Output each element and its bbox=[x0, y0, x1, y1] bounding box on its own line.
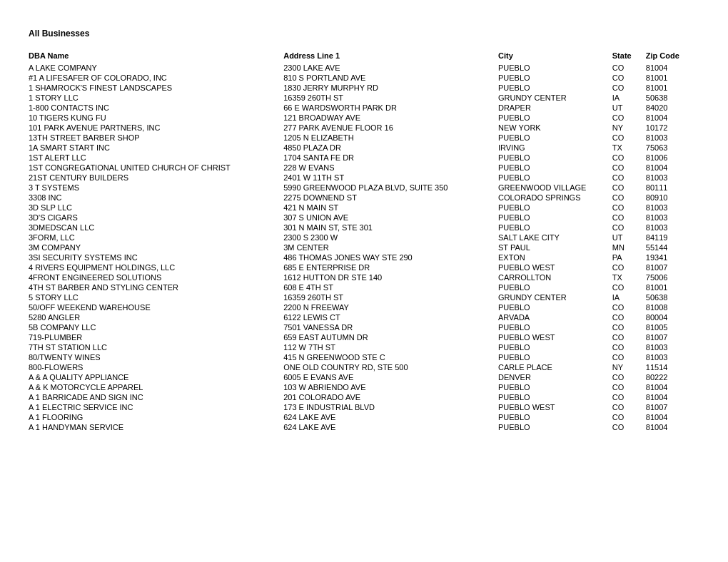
dba-cell: 3SI SECURITY SYSTEMS INC bbox=[29, 252, 283, 262]
city-cell: PUEBLO bbox=[498, 173, 612, 183]
state-cell: CO bbox=[612, 213, 646, 223]
state-cell: CO bbox=[612, 83, 646, 93]
address-cell: 3M CENTER bbox=[283, 242, 498, 252]
address-cell: 121 BROADWAY AVE bbox=[283, 113, 498, 123]
state-cell: CO bbox=[612, 203, 646, 213]
zip-cell: 81007 bbox=[646, 402, 699, 412]
dba-cell: 1A SMART START INC bbox=[29, 143, 283, 153]
table-row: A 1 HANDYMAN SERVICE624 LAKE AVEPUEBLOCO… bbox=[29, 422, 699, 432]
city-cell: PUEBLO WEST bbox=[498, 262, 612, 272]
table-row: 3M COMPANY3M CENTERST PAULMN55144 bbox=[29, 242, 699, 252]
table-row: 101 PARK AVENUE PARTNERS, INC277 PARK AV… bbox=[29, 123, 699, 133]
address-cell: 659 EAST AUTUMN DR bbox=[283, 332, 498, 342]
dba-cell: 3 T SYSTEMS bbox=[29, 183, 283, 193]
zip-cell: 84020 bbox=[646, 103, 699, 113]
state-cell: CO bbox=[612, 342, 646, 352]
zip-cell: 81004 bbox=[646, 63, 699, 73]
table-row: A LAKE COMPANY2300 LAKE AVEPUEBLOCO81004 bbox=[29, 63, 699, 73]
table-row: 800-FLOWERSONE OLD COUNTRY RD, STE 500CA… bbox=[29, 362, 699, 372]
address-cell: 16359 260TH ST bbox=[283, 292, 498, 302]
state-cell: CO bbox=[612, 392, 646, 402]
dba-cell: A & K MOTORCYCLE APPAREL bbox=[29, 382, 283, 392]
city-cell: PUEBLO WEST bbox=[498, 332, 612, 342]
zip-cell: 81003 bbox=[646, 223, 699, 233]
state-cell: CO bbox=[612, 312, 646, 322]
city-cell: GRUNDY CENTER bbox=[498, 93, 612, 103]
dba-cell: 4FRONT ENGINEERED SOLUTIONS bbox=[29, 272, 283, 282]
table-row: 1ST CONGREGATIONAL UNITED CHURCH OF CHRI… bbox=[29, 163, 699, 173]
address-cell: 421 N MAIN ST bbox=[283, 203, 498, 213]
state-cell: CO bbox=[612, 332, 646, 342]
dba-cell: A 1 HANDYMAN SERVICE bbox=[29, 422, 283, 432]
dba-cell: A & A QUALITY APPLIANCE bbox=[29, 372, 283, 382]
dba-cell: 3308 INC bbox=[29, 193, 283, 203]
zip-cell: 81003 bbox=[646, 342, 699, 352]
address-cell: 2401 W 11TH ST bbox=[283, 173, 498, 183]
city-cell: PUEBLO bbox=[498, 282, 612, 292]
state-cell: CO bbox=[612, 173, 646, 183]
city-cell: PUEBLO bbox=[498, 63, 612, 73]
table-row: 1A SMART START INC4850 PLAZA DRIRVINGTX7… bbox=[29, 143, 699, 153]
address-cell: 6005 E EVANS AVE bbox=[283, 372, 498, 382]
city-cell: PUEBLO bbox=[498, 163, 612, 173]
address-cell: 2200 N FREEWAY bbox=[283, 302, 498, 312]
dba-cell: 1ST CONGREGATIONAL UNITED CHURCH OF CHRI… bbox=[29, 163, 283, 173]
state-cell: CO bbox=[612, 163, 646, 173]
zip-cell: 81003 bbox=[646, 213, 699, 223]
zip-cell: 19341 bbox=[646, 252, 699, 262]
page-title: All Businesses bbox=[29, 29, 699, 39]
state-cell: CO bbox=[612, 322, 646, 332]
table-row: 50/OFF WEEKEND WAREHOUSE2200 N FREEWAYPU… bbox=[29, 302, 699, 312]
dba-cell: A 1 ELECTRIC SERVICE INC bbox=[29, 402, 283, 412]
zip-cell: 11514 bbox=[646, 362, 699, 372]
state-cell: MN bbox=[612, 242, 646, 252]
address-cell: 66 E WARDSWORTH PARK DR bbox=[283, 103, 498, 113]
address-cell: 301 N MAIN ST, STE 301 bbox=[283, 223, 498, 233]
dba-cell: 5280 ANGLER bbox=[29, 312, 283, 322]
state-cell: CO bbox=[612, 352, 646, 362]
table-row: 1 SHAMROCK'S FINEST LANDSCAPES1830 JERRY… bbox=[29, 83, 699, 93]
city-cell: PUEBLO bbox=[498, 422, 612, 432]
table-row: A & K MOTORCYCLE APPAREL103 W ABRIENDO A… bbox=[29, 382, 699, 392]
state-cell: IA bbox=[612, 292, 646, 302]
city-cell: SALT LAKE CITY bbox=[498, 233, 612, 242]
zip-cell: 50638 bbox=[646, 93, 699, 103]
table-row: 1-800 CONTACTS INC66 E WARDSWORTH PARK D… bbox=[29, 103, 699, 113]
address-cell: 1205 N ELIZABETH bbox=[283, 133, 498, 143]
table-row: 4 RIVERS EQUIPMENT HOLDINGS, LLC685 E EN… bbox=[29, 262, 699, 272]
dba-cell: A 1 FLOORING bbox=[29, 412, 283, 422]
address-cell: 486 THOMAS JONES WAY STE 290 bbox=[283, 252, 498, 262]
address-cell: 1830 JERRY MURPHY RD bbox=[283, 83, 498, 93]
state-cell: UT bbox=[612, 103, 646, 113]
address-cell: 7501 VANESSA DR bbox=[283, 322, 498, 332]
state-cell: NY bbox=[612, 362, 646, 372]
table-header-row: DBA Name Address Line 1 City State Zip C… bbox=[29, 50, 699, 63]
zip-cell: 81004 bbox=[646, 412, 699, 422]
address-cell: 415 N GREENWOOD STE C bbox=[283, 352, 498, 362]
address-cell: 277 PARK AVENUE FLOOR 16 bbox=[283, 123, 498, 133]
city-cell: PUEBLO bbox=[498, 133, 612, 143]
zip-cell: 80910 bbox=[646, 193, 699, 203]
state-cell: TX bbox=[612, 143, 646, 153]
zip-cell: 81004 bbox=[646, 382, 699, 392]
col-header-city: City bbox=[498, 50, 612, 63]
table-row: 7TH ST STATION LLC112 W 7TH STPUEBLOCO81… bbox=[29, 342, 699, 352]
state-cell: CO bbox=[612, 382, 646, 392]
state-cell: TX bbox=[612, 272, 646, 282]
table-row: 5B COMPANY LLC7501 VANESSA DRPUEBLOCO810… bbox=[29, 322, 699, 332]
zip-cell: 84119 bbox=[646, 233, 699, 242]
state-cell: CO bbox=[612, 302, 646, 312]
city-cell: PUEBLO bbox=[498, 203, 612, 213]
city-cell: PUEBLO bbox=[498, 213, 612, 223]
dba-cell: 7TH ST STATION LLC bbox=[29, 342, 283, 352]
city-cell: GREENWOOD VILLAGE bbox=[498, 183, 612, 193]
city-cell: PUEBLO bbox=[498, 412, 612, 422]
state-cell: NY bbox=[612, 123, 646, 133]
table-row: 3308 INC2275 DOWNEND STCOLORADO SPRINGSC… bbox=[29, 193, 699, 203]
table-row: 719-PLUMBER659 EAST AUTUMN DRPUEBLO WEST… bbox=[29, 332, 699, 342]
dba-cell: 1ST ALERT LLC bbox=[29, 153, 283, 163]
zip-cell: 81006 bbox=[646, 153, 699, 163]
city-cell: IRVING bbox=[498, 143, 612, 153]
dba-cell: 3D'S CIGARS bbox=[29, 213, 283, 223]
table-row: 3D SLP LLC421 N MAIN STPUEBLOCO81003 bbox=[29, 203, 699, 213]
